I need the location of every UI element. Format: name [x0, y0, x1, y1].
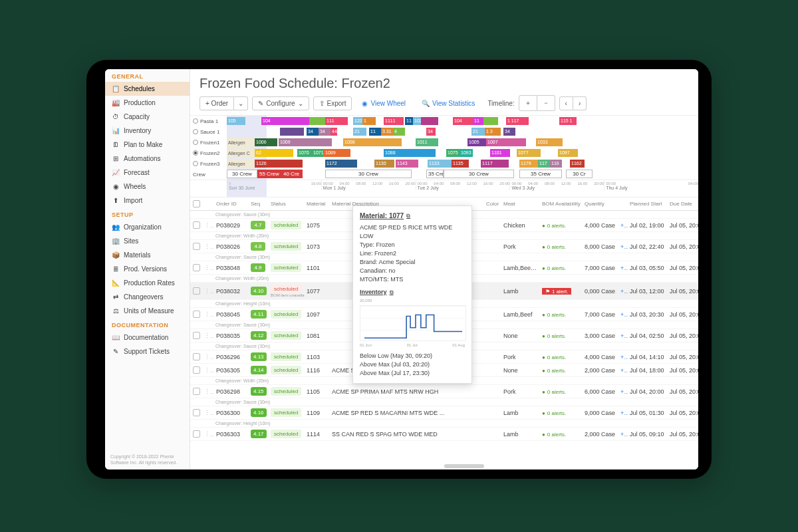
row-checkbox[interactable] [193, 430, 200, 438]
gantt-bar[interactable]: 102 [413, 117, 421, 125]
qty-adjust[interactable]: +/- [618, 354, 628, 360]
gantt-bar[interactable]: 21 [471, 128, 485, 136]
gantt-bar[interactable]: 1101 [490, 149, 510, 157]
qty-adjust[interactable]: +/- [618, 222, 628, 229]
drag-handle-icon[interactable]: ⋮⋮ [202, 243, 214, 250]
drag-handle-icon[interactable]: ⋮⋮ [202, 332, 214, 339]
gantt-bar[interactable]: 1075 [446, 149, 460, 157]
drag-handle-icon[interactable]: ⋮⋮ [202, 431, 214, 438]
sidebar-item-sites[interactable]: 🏢Sites [105, 234, 190, 248]
gantt-bar[interactable] [309, 117, 325, 125]
gantt-bar[interactable]: 1172 [325, 160, 357, 168]
order-caret[interactable]: ⌄ [234, 96, 248, 110]
crew-bar[interactable]: 35 Crew [519, 170, 562, 178]
sidebar-item-documentation[interactable]: 📖Documentation [105, 331, 190, 344]
gantt-bar[interactable]: 11 [405, 117, 413, 125]
sidebar-item-changeovers[interactable]: ⇄Changeovers [105, 290, 190, 304]
gantt-bar[interactable]: 104 [453, 117, 473, 125]
qty-adjust[interactable]: +/- [618, 265, 628, 271]
table-row[interactable]: ⋮⋮ P036300 4.16 scheduled 1109 ACME SP R… [190, 406, 698, 420]
column-header[interactable]: Color [484, 201, 501, 207]
gantt-bar[interactable]: 1008 [343, 138, 402, 146]
row-checkbox[interactable] [193, 388, 200, 395]
crew-bar[interactable]: 30 Crew [444, 170, 514, 178]
qty-adjust[interactable]: +/- [618, 431, 628, 438]
sidebar-item-prod-versions[interactable]: ≣Prod. Versions [105, 262, 190, 276]
gantt-row[interactable]: Frozen3Allergen1126117211301143113311351… [190, 158, 698, 169]
row-radio[interactable] [193, 150, 198, 156]
horizontal-scrollbar[interactable] [444, 464, 484, 468]
column-header[interactable]: Quantity [583, 201, 618, 207]
gantt-bar[interactable]: 1126 [255, 160, 303, 168]
gantt-bar[interactable]: 1071 [312, 149, 324, 157]
gantt-bar[interactable]: 116 [550, 160, 562, 168]
column-header[interactable]: Seq [249, 201, 269, 207]
gantt-bar[interactable]: 1089 [324, 149, 350, 157]
gantt-bar[interactable]: 115 1 [559, 117, 577, 125]
export-button[interactable]: ⇪ Export [313, 96, 352, 110]
drag-handle-icon[interactable]: ⋮⋮ [202, 222, 214, 229]
row-radio[interactable] [193, 161, 198, 166]
sidebar-item-production[interactable]: 🏭Production [105, 96, 190, 110]
gantt-row-label[interactable]: Frozen3 [190, 161, 227, 167]
row-checkbox[interactable] [193, 366, 200, 374]
select-all-checkbox[interactable] [193, 200, 200, 207]
gantt-bar[interactable]: 1077 [517, 149, 541, 157]
row-radio[interactable] [193, 140, 198, 145]
gantt-bar[interactable]: 1 [362, 117, 376, 125]
gantt-row-label[interactable]: Sauce 1 [190, 129, 227, 135]
gantt-row-label[interactable]: Frozen2 [190, 150, 227, 156]
gantt-bar[interactable]: 1111 [384, 117, 404, 125]
gantt-bar[interactable]: 34 [307, 128, 319, 136]
gantt-bar[interactable]: 105 [227, 117, 245, 125]
sidebar-item-support[interactable]: ✎Support Tickets [105, 344, 190, 358]
crew-bar[interactable]: 30 Cr [566, 170, 593, 178]
row-checkbox[interactable] [193, 311, 200, 318]
gantt-bar[interactable]: 1 117 [506, 117, 529, 125]
gantt-bar[interactable]: 1179 [519, 160, 538, 168]
gantt-bar[interactable] [483, 117, 498, 125]
row-checkbox[interactable] [193, 264, 200, 271]
gantt-row[interactable]: Pasta 11051041111221111111102104111 1171… [190, 116, 698, 126]
gantt-bar[interactable]: 117 [538, 160, 550, 168]
gantt-bar[interactable]: 4 [393, 128, 405, 136]
row-checkbox[interactable] [193, 409, 200, 416]
qty-adjust[interactable]: +/- [618, 243, 628, 250]
column-header[interactable]: Planned Start [628, 201, 668, 207]
gantt-bar[interactable]: 62 [255, 149, 293, 157]
external-link-icon[interactable]: ⧉ [390, 289, 394, 297]
gantt-bar[interactable] [421, 117, 438, 125]
drag-handle-icon[interactable]: ⋮⋮ [202, 388, 214, 395]
gantt-bar[interactable]: 21 [353, 128, 366, 136]
view-stats-button[interactable]: 🔍 View Statistics [416, 96, 481, 110]
sidebar-item-forecast[interactable]: 📈Forecast [105, 166, 190, 180]
gantt-bar[interactable]: 1006 [255, 138, 277, 146]
gantt-bar[interactable]: 1135 [452, 160, 469, 168]
order-button[interactable]: + Order [200, 96, 234, 110]
gantt-bar[interactable]: 1070 [297, 149, 312, 157]
zoom-in-button[interactable]: ＋ [519, 95, 537, 111]
gantt-bar[interactable]: 1007 [486, 138, 526, 146]
column-header[interactable]: Status [269, 201, 305, 207]
bom-alert[interactable]: 1 alert. [542, 288, 571, 295]
gantt-bar[interactable]: 1005 [467, 138, 486, 146]
timeline-prev-button[interactable]: ‹ [559, 96, 573, 110]
gantt-row-label[interactable]: Frozen1 [190, 140, 227, 146]
gantt-bar[interactable]: 1133 [428, 160, 440, 168]
gantt-bar[interactable]: 34 [426, 128, 436, 136]
gantt-bar[interactable] [440, 160, 452, 168]
drag-handle-icon[interactable]: ⋮⋮ [202, 265, 214, 271]
qty-adjust[interactable]: +/- [618, 367, 628, 374]
qty-adjust[interactable]: +/- [618, 311, 628, 318]
qty-adjust[interactable]: +/- [618, 288, 628, 295]
column-header[interactable]: BOM Availability [540, 201, 583, 207]
gantt-bar[interactable]: 122 [353, 117, 362, 125]
sidebar-item-uom[interactable]: ⚖Units of Measure [105, 304, 190, 318]
column-header[interactable]: Order ID [214, 201, 249, 207]
gantt-bar[interactable]: 1093 [460, 149, 473, 157]
gantt-bar[interactable]: 1088 [384, 149, 436, 157]
gantt-bar[interactable]: 1130 [374, 160, 394, 168]
view-wheel-button[interactable]: ◉ View Wheel [356, 96, 412, 110]
drag-handle-icon[interactable]: ⋮⋮ [202, 410, 214, 416]
configure-button[interactable]: ✎ Configure ⌄ [252, 96, 309, 110]
